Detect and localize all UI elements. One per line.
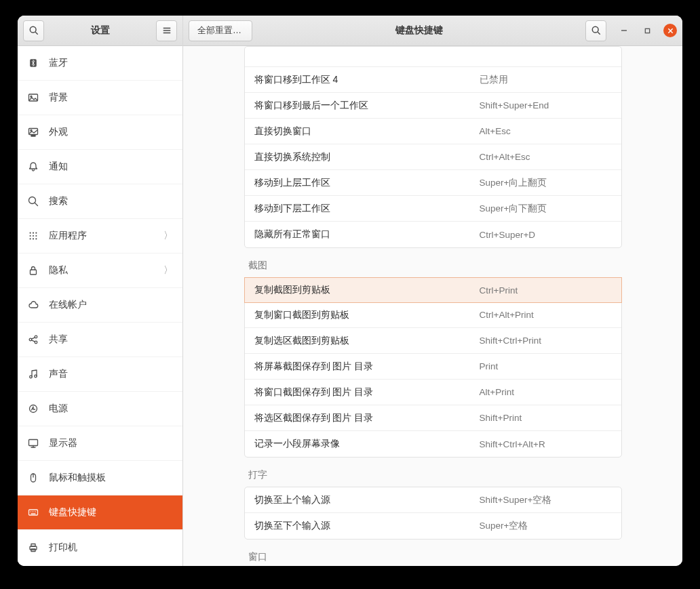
sidebar-item-mouse[interactable]: 鼠标和触摸板 [18, 461, 182, 495]
sidebar-item-search[interactable]: 搜索 [18, 184, 182, 219]
printer-icon [27, 542, 39, 553]
svg-point-28 [30, 375, 33, 378]
sidebar-item-label: 背景 [49, 92, 173, 104]
shortcut-row[interactable]: 记录一小段屏幕录像 Shift+Ctrl+Alt+R [245, 431, 621, 457]
sidebar-item-keyboard[interactable]: 键盘快捷键 [18, 495, 182, 530]
sidebar-item-background[interactable]: 背景 [18, 81, 182, 115]
shortcut-row[interactable]: 隐藏所有正常窗口 Ctrl+Super+D [245, 222, 621, 247]
sidebar-title: 设置 [44, 24, 156, 37]
sidebar-item-power[interactable]: 电源 [18, 392, 182, 426]
shortcut-key: Shift+Super+空格 [480, 494, 612, 506]
shortcut-name: 记录一小段屏幕录像 [254, 438, 480, 450]
search-icon [591, 26, 601, 35]
shortcut-row[interactable]: 移动到下层工作区 Super+向下翻页 [245, 196, 621, 222]
sidebar-item-applications[interactable]: 应用程序 〉 [18, 219, 182, 253]
svg-point-7 [31, 96, 32, 98]
sidebar-item-label: 电源 [49, 403, 173, 415]
chevron-right-icon: 〉 [163, 230, 173, 242]
svg-rect-48 [645, 28, 649, 33]
svg-rect-44 [31, 549, 35, 552]
shortcut-key: Super+向上翻页 [480, 177, 612, 189]
close-icon [667, 28, 674, 34]
display-icon [27, 438, 39, 449]
sidebar-item-sharing[interactable]: 共享 [18, 323, 182, 357]
sidebar-item-displays[interactable]: 显示器 [18, 426, 182, 461]
reset-all-button[interactable]: 全部重置… [189, 20, 252, 41]
maximize-button[interactable] [640, 24, 654, 37]
sidebar-item-label: 外观 [49, 126, 173, 138]
svg-point-11 [29, 197, 36, 204]
shortcut-row[interactable]: 直接切换系统控制 Ctrl+Alt+Esc [245, 144, 621, 170]
shortcut-row[interactable]: 复制窗口截图到剪贴板 Ctrl+Alt+Print [245, 302, 621, 328]
sidebar-item-bluetooth[interactable]: 蓝牙 [18, 46, 182, 81]
panel-body[interactable]: 将窗口移到工作区 4 已禁用 将窗口移到最后一个工作区 Shift+Super+… [183, 46, 682, 566]
svg-rect-10 [31, 136, 35, 137]
shortcut-list: 复制截图到剪贴板 Ctrl+Print 复制窗口截图到剪贴板 Ctrl+Alt+… [244, 277, 622, 458]
shortcut-key: 已禁用 [480, 74, 612, 86]
close-button[interactable] [663, 24, 677, 37]
sidebar-item-online-accounts[interactable]: 在线帐户 [18, 288, 182, 323]
shortcut-row[interactable] [245, 47, 621, 67]
shortcut-row[interactable]: 切换至上个输入源 Shift+Super+空格 [245, 487, 621, 513]
shortcut-row[interactable]: 移动到上层工作区 Super+向上翻页 [245, 170, 621, 196]
svg-point-17 [33, 235, 34, 237]
svg-rect-6 [29, 94, 38, 101]
svg-line-27 [32, 340, 35, 342]
sidebar-list: 蓝牙 背景 外观 通知 搜索 应用程序 〉 隐私 〉 在线帐户 共享 声音 [18, 46, 182, 566]
shortcut-key: Ctrl+Super+D [480, 230, 612, 240]
shortcut-name: 移动到下层工作区 [254, 203, 480, 215]
sidebar-item-printers[interactable]: 打印机 [18, 530, 182, 565]
svg-point-20 [33, 238, 34, 239]
svg-rect-22 [31, 270, 37, 275]
shortcut-row[interactable]: 将窗口截图保存到 图片 目录 Alt+Print [245, 380, 621, 405]
sidebar-item-label: 显示器 [49, 437, 173, 449]
shortcut-name: 将窗口截图保存到 图片 目录 [254, 386, 480, 399]
shortcut-name: 切换至上个输入源 [254, 494, 480, 506]
sidebar-item-sound[interactable]: 声音 [18, 357, 182, 392]
sidebar-item-label: 隐私 [49, 264, 154, 277]
reset-all-label: 全部重置… [197, 24, 241, 37]
shortcut-row[interactable]: 切换至下个输入源 Super+空格 [245, 513, 621, 539]
shortcut-row[interactable]: 将窗口移到最后一个工作区 Shift+Super+End [245, 93, 621, 119]
svg-line-26 [32, 338, 35, 339]
sidebar-item-label: 打印机 [49, 542, 173, 554]
minimize-button[interactable] [617, 24, 631, 37]
sidebar-menu-button[interactable] [156, 20, 177, 41]
shortcut-row[interactable]: 将选区截图保存到 图片 目录 Shift+Print [245, 405, 621, 431]
sidebar-item-label: 通知 [49, 161, 173, 173]
svg-point-15 [35, 232, 37, 234]
svg-line-12 [35, 203, 38, 206]
shortcut-name: 将窗口移到最后一个工作区 [254, 100, 480, 112]
shortcut-row[interactable]: 将窗口移到工作区 4 已禁用 [245, 67, 621, 93]
bluetooth-icon [27, 58, 39, 68]
shortcut-key: Shift+Super+End [480, 100, 612, 110]
minimize-icon [621, 27, 627, 34]
sidebar-item-privacy[interactable]: 隐私 〉 [18, 253, 182, 288]
shortcut-row[interactable]: 直接切换窗口 Alt+Esc [245, 119, 621, 144]
section-title: 打字 [244, 457, 622, 487]
shortcut-key: Alt+Print [480, 387, 612, 397]
power-icon [27, 403, 39, 414]
svg-rect-36 [29, 510, 38, 515]
shortcut-row[interactable]: 将屏幕截图保存到 图片 目录 Print [245, 354, 621, 380]
svg-rect-31 [29, 440, 38, 446]
bell-icon [27, 161, 39, 172]
sidebar-item-notifications[interactable]: 通知 [18, 150, 182, 184]
shortcut-row[interactable]: 复制选区截图到剪贴板 Shift+Ctrl+Print [245, 328, 621, 354]
background-icon [27, 92, 39, 103]
panel-search-button[interactable] [585, 20, 606, 41]
shortcut-name: 切换至下个输入源 [254, 520, 480, 532]
shortcut-row[interactable]: 复制截图到剪贴板 Ctrl+Print [244, 277, 622, 303]
svg-point-19 [30, 238, 31, 239]
window-controls [617, 24, 677, 37]
shortcut-key: Print [480, 361, 612, 371]
shortcut-key: Ctrl+Alt+Print [480, 310, 612, 320]
sidebar-item-label: 应用程序 [49, 230, 154, 242]
sidebar-search-button[interactable] [23, 20, 44, 41]
shortcut-name: 直接切换窗口 [254, 125, 480, 138]
shortcut-key: Ctrl+Alt+Esc [480, 152, 612, 162]
shortcut-key: Alt+Esc [480, 126, 612, 136]
cloud-icon [27, 300, 39, 310]
sidebar-item-appearance[interactable]: 外观 [18, 115, 182, 150]
svg-point-9 [31, 130, 32, 131]
